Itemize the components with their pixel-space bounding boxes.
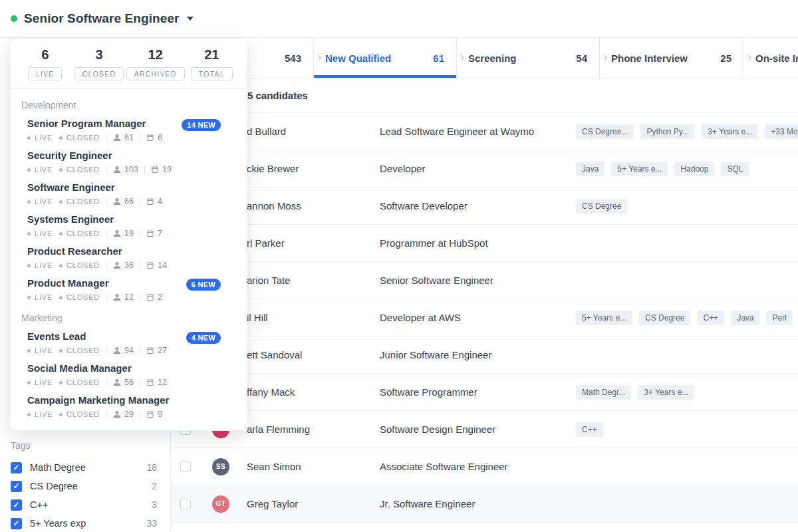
chevron-right-icon: › bbox=[747, 49, 752, 65]
person-icon bbox=[113, 293, 121, 301]
job-item[interactable]: Security EngineerLIVECLOSED10319 bbox=[27, 150, 247, 174]
candidate-tag: 3+ Years e... bbox=[702, 124, 758, 139]
checkbox-checked-icon[interactable] bbox=[11, 462, 22, 473]
candidate-tag: 5+ Years e... bbox=[576, 311, 632, 325]
candidate-title: Software Design Engineer bbox=[380, 424, 576, 435]
person-icon bbox=[113, 229, 121, 237]
job-meta: LIVECLOSED5612 bbox=[27, 378, 173, 387]
candidate-row[interactable]: ffany MackSoftware ProgrammerMath Degr..… bbox=[172, 374, 798, 411]
job-title: Senior Program Manager bbox=[27, 118, 168, 129]
job-item[interactable]: Senior Program ManagerLIVECLOSED61614 NE… bbox=[27, 118, 247, 142]
stat-archived[interactable]: 12ARCHIVED bbox=[126, 47, 185, 80]
new-badge: 6 NEW bbox=[186, 279, 221, 291]
job-item[interactable]: Systems EngineerLIVECLOSED197 bbox=[27, 214, 247, 238]
candidate-row[interactable]: d BullardLead Software Engineer at Waymo… bbox=[172, 113, 798, 150]
job-title: Systems Engineer bbox=[27, 214, 168, 225]
stat-total[interactable]: 21TOTAL bbox=[185, 47, 239, 80]
candidate-name: arion Tate bbox=[247, 275, 380, 286]
checkbox-checked-icon[interactable] bbox=[11, 518, 22, 529]
job-meta: LIVECLOSED197 bbox=[27, 229, 168, 238]
candidate-tag: C++ bbox=[576, 422, 603, 437]
closed-dot-icon bbox=[59, 136, 63, 140]
live-dot-icon bbox=[27, 349, 31, 352]
tags-section-title: Tags bbox=[11, 440, 170, 452]
job-item[interactable]: Events LeadLIVECLOSED94274 NEW bbox=[27, 331, 247, 355]
calendar-icon bbox=[146, 293, 154, 301]
tag-filter-item[interactable]: 5+ Years exp33 bbox=[0, 514, 170, 532]
candidate-row[interactable]: arion TateSenior Software Engineer bbox=[172, 262, 798, 299]
live-dot-icon bbox=[27, 296, 31, 299]
candidate-tag: C++ bbox=[697, 311, 724, 325]
job-meta: LIVECLOSED9427 bbox=[27, 346, 173, 355]
job-section-header: Marketing bbox=[21, 313, 247, 323]
calendar-icon bbox=[146, 229, 154, 237]
candidate-tag: 3+ Years e... bbox=[638, 385, 694, 400]
job-item[interactable]: Campaign Marketing ManagerLIVECLOSED299 bbox=[27, 395, 247, 419]
candidate-row[interactable]: GTGreg TaylorJr. Software Engineer bbox=[172, 485, 798, 523]
live-dot-icon bbox=[27, 381, 31, 384]
candidate-name: annon Moss bbox=[247, 200, 380, 211]
candidate-row[interactable]: arla FlemmingSoftware Design EngineerC++ bbox=[172, 411, 798, 448]
chevron-right-icon: › bbox=[317, 49, 322, 65]
closed-dot-icon bbox=[59, 413, 63, 416]
job-meta: LIVECLOSED299 bbox=[27, 410, 169, 419]
candidate-count: 103 bbox=[124, 165, 138, 174]
job-meta: LIVECLOSED3614 bbox=[27, 261, 173, 270]
candidate-name: ffany Mack bbox=[247, 386, 380, 398]
candidate-tag: CS Degree... bbox=[576, 124, 634, 139]
candidate-count: 61 bbox=[124, 133, 134, 142]
live-dot-icon bbox=[27, 136, 31, 140]
calendar-icon bbox=[146, 261, 154, 269]
closed-dot-icon bbox=[59, 296, 63, 299]
jobs-dropdown-panel: 6LIVE3CLOSED12ARCHIVED21TOTAL Developmen… bbox=[9, 38, 247, 431]
person-icon bbox=[113, 261, 121, 269]
candidate-name: d Bullard bbox=[247, 126, 380, 137]
tag-filter-item[interactable]: C++3 bbox=[0, 495, 170, 514]
candidate-name: il Hill bbox=[247, 312, 380, 323]
candidate-row[interactable]: rl ParkerProgrammer at HubSpot bbox=[172, 225, 798, 262]
days-count: 27 bbox=[158, 346, 167, 355]
stat-live[interactable]: 6LIVE bbox=[18, 47, 72, 80]
job-selector-dropdown[interactable]: Senior Software Engineer bbox=[11, 11, 194, 26]
pipeline-tab-4[interactable]: ›On-site Int bbox=[743, 38, 798, 78]
pipeline-tab-1[interactable]: ›New Qualified61 bbox=[313, 38, 456, 78]
job-meta: LIVECLOSED10319 bbox=[27, 165, 178, 174]
candidate-title: Developer bbox=[380, 163, 576, 174]
pipeline-tab-3[interactable]: ›Phone Interview25 bbox=[599, 38, 743, 78]
tag-filter-item[interactable]: CS Degree2 bbox=[0, 477, 170, 495]
candidate-row[interactable]: ckie BrewerDeveloperJava5+ Years e...Had… bbox=[172, 150, 798, 188]
job-item[interactable]: Product ResearcherLIVECLOSED3614 bbox=[27, 246, 247, 270]
candidate-name: ett Sandoval bbox=[247, 349, 380, 360]
calendar-icon bbox=[146, 378, 154, 386]
job-item[interactable]: Software EngineerLIVECLOSED664 bbox=[27, 182, 247, 206]
person-icon bbox=[113, 134, 121, 142]
candidate-count: 66 bbox=[124, 197, 134, 206]
job-title: Events Lead bbox=[27, 331, 173, 342]
person-icon bbox=[113, 198, 121, 205]
selected-job-title: Senior Software Engineer bbox=[24, 11, 180, 26]
days-count: 7 bbox=[158, 229, 162, 238]
candidate-row[interactable]: ett SandovalJunior Software Engineer bbox=[172, 336, 798, 374]
candidate-row[interactable]: il HillDeveloper at AWS5+ Years e...CS D… bbox=[172, 299, 798, 336]
job-section-header: Development bbox=[21, 100, 247, 110]
live-dot-icon bbox=[27, 232, 31, 235]
candidate-count: 29 bbox=[124, 410, 134, 419]
tag-filter-item[interactable]: Math Degree18 bbox=[0, 458, 170, 477]
candidate-row[interactable]: annon MossSoftware DeveloperCS Degree bbox=[172, 188, 798, 225]
checkbox-checked-icon[interactable] bbox=[11, 499, 22, 511]
topbar: Senior Software Engineer bbox=[0, 0, 798, 38]
stat-closed[interactable]: 3CLOSED bbox=[72, 47, 126, 80]
job-item[interactable]: Product ManagerLIVECLOSED1226 NEW bbox=[27, 278, 247, 302]
candidate-tag: Java bbox=[731, 311, 759, 325]
candidate-title: Developer at AWS bbox=[380, 312, 576, 323]
job-item[interactable]: Social Media ManagerLIVECLOSED5612 bbox=[27, 363, 247, 387]
person-icon bbox=[113, 410, 121, 418]
candidate-title: Jr. Software Engineer bbox=[380, 498, 576, 509]
row-checkbox[interactable] bbox=[180, 499, 191, 509]
list-toolbar: 5 candidates bbox=[172, 78, 798, 113]
row-checkbox[interactable] bbox=[180, 462, 191, 472]
pipeline-tab-2[interactable]: ›Screening54 bbox=[456, 38, 599, 78]
closed-dot-icon bbox=[59, 381, 63, 384]
checkbox-checked-icon[interactable] bbox=[11, 481, 22, 492]
candidate-row[interactable]: SSSean SimonAssociate Software Engineer bbox=[172, 448, 798, 485]
